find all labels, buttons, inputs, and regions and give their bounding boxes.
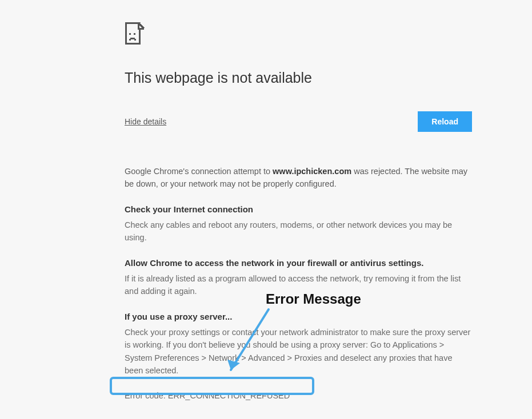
svg-rect-4 [130,38,135,39]
section-body: Check your proxy settings or contact you… [125,326,472,377]
error-description: Google Chrome's connection attempt to ww… [125,165,472,191]
section-heading: If you use a proxy server... [125,312,472,321]
desc-domain: www.ipchicken.com [273,167,351,176]
desc-prefix: Google Chrome's connection attempt to [125,167,273,176]
section-heading: Allow Chrome to access the network in yo… [125,258,472,268]
svg-rect-2 [129,33,131,35]
sad-folder-icon [125,22,472,70]
hide-details-link[interactable]: Hide details [125,117,166,126]
section-body: If it is already listed as a program all… [125,272,472,298]
error-page-container: This webpage is not available Hide detai… [0,0,532,419]
error-code-text: Error code: ERR_CONNECTION_REFUSED [125,391,472,400]
svg-rect-5 [129,39,131,41]
section-body: Check any cables and reboot any routers,… [125,219,472,244]
svg-rect-0 [126,23,139,43]
svg-rect-3 [134,33,135,35]
action-row: Hide details Reload [125,111,472,132]
svg-rect-6 [134,39,136,41]
reload-button[interactable]: Reload [418,111,472,132]
page-title: This webpage is not available [125,70,472,86]
section-heading: Check your Internet connection [125,204,472,214]
